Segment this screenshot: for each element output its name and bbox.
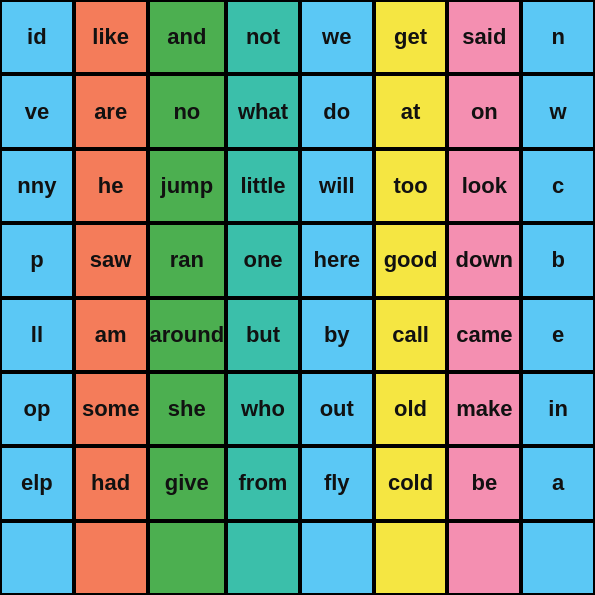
grid-cell-62 (447, 521, 521, 595)
grid-cell-36: by (300, 298, 374, 372)
grid-cell-10: no (148, 74, 227, 148)
grid-cell-34: around (148, 298, 227, 372)
grid-cell-60 (300, 521, 374, 595)
grid-cell-23: c (521, 149, 595, 223)
grid-cell-35: but (226, 298, 300, 372)
grid-cell-3: not (226, 0, 300, 74)
grid-cell-38: came (447, 298, 521, 372)
grid-cell-39: e (521, 298, 595, 372)
grid-cell-18: jump (148, 149, 227, 223)
grid-cell-52: fly (300, 446, 374, 520)
grid-cell-40: op (0, 372, 74, 446)
grid-cell-42: she (148, 372, 227, 446)
grid-cell-22: look (447, 149, 521, 223)
grid-cell-37: call (374, 298, 448, 372)
grid-cell-15: w (521, 74, 595, 148)
grid-cell-45: old (374, 372, 448, 446)
grid-cell-49: had (74, 446, 148, 520)
grid-cell-2: and (148, 0, 227, 74)
grid-cell-44: out (300, 372, 374, 446)
grid-cell-26: ran (148, 223, 227, 297)
grid-cell-14: on (447, 74, 521, 148)
grid-cell-28: here (300, 223, 374, 297)
grid-cell-30: down (447, 223, 521, 297)
grid-cell-59 (226, 521, 300, 595)
grid-cell-56 (0, 521, 74, 595)
grid-cell-25: saw (74, 223, 148, 297)
grid-cell-20: will (300, 149, 374, 223)
grid-cell-41: some (74, 372, 148, 446)
grid-cell-21: too (374, 149, 448, 223)
grid-cell-13: at (374, 74, 448, 148)
grid-cell-54: be (447, 446, 521, 520)
grid-cell-47: in (521, 372, 595, 446)
grid-cell-50: give (148, 446, 227, 520)
grid-cell-4: we (300, 0, 374, 74)
grid-cell-33: am (74, 298, 148, 372)
grid-cell-57 (74, 521, 148, 595)
grid-cell-16: nny (0, 149, 74, 223)
grid-cell-11: what (226, 74, 300, 148)
grid-cell-17: he (74, 149, 148, 223)
grid-cell-8: ve (0, 74, 74, 148)
grid-cell-32: ll (0, 298, 74, 372)
grid-cell-1: like (74, 0, 148, 74)
grid-cell-53: cold (374, 446, 448, 520)
grid-cell-63 (521, 521, 595, 595)
grid-cell-31: b (521, 223, 595, 297)
grid-cell-51: from (226, 446, 300, 520)
grid-cell-7: n (521, 0, 595, 74)
grid-cell-43: who (226, 372, 300, 446)
grid-cell-29: good (374, 223, 448, 297)
grid-cell-5: get (374, 0, 448, 74)
grid-cell-61 (374, 521, 448, 595)
grid-cell-46: make (447, 372, 521, 446)
grid-cell-48: elp (0, 446, 74, 520)
word-grid: idlikeandnotwegetsaidnvearenowhatdoatonw… (0, 0, 595, 595)
grid-cell-6: said (447, 0, 521, 74)
grid-cell-24: p (0, 223, 74, 297)
grid-cell-0: id (0, 0, 74, 74)
grid-cell-58 (148, 521, 227, 595)
grid-cell-9: are (74, 74, 148, 148)
grid-cell-19: little (226, 149, 300, 223)
grid-cell-27: one (226, 223, 300, 297)
grid-cell-55: a (521, 446, 595, 520)
grid-cell-12: do (300, 74, 374, 148)
